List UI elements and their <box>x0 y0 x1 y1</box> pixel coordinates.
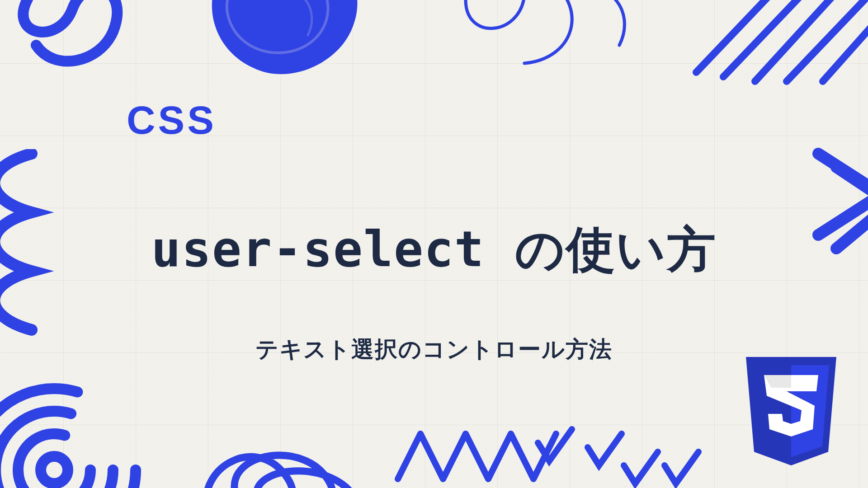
doodle-arrow-icon <box>805 145 868 262</box>
doodle-loops-icon <box>0 0 140 86</box>
category-label: CSS <box>127 97 217 143</box>
svg-line-4 <box>823 0 868 81</box>
page-title: user-select の使い方 <box>151 217 717 283</box>
thumbnail-canvas: CSS user-select の使い方 テキスト選択のコントロール方法 <box>0 0 868 488</box>
svg-point-5 <box>0 389 136 488</box>
doodle-blob-icon <box>190 0 380 90</box>
doodle-ticks-icon <box>529 416 719 488</box>
svg-point-7 <box>18 434 90 488</box>
doodle-squiggle-icon <box>0 149 59 339</box>
doodle-scribble-icon <box>190 407 380 488</box>
svg-line-1 <box>723 0 818 77</box>
svg-line-3 <box>787 0 868 81</box>
page-subtitle: テキスト選択のコントロール方法 <box>255 334 613 365</box>
doodle-spiral-icon <box>425 0 642 77</box>
svg-line-0 <box>696 0 787 72</box>
svg-line-2 <box>755 0 850 81</box>
svg-point-6 <box>0 411 113 488</box>
doodle-zigzag-icon <box>393 420 574 488</box>
doodle-concentric-icon <box>0 375 149 488</box>
svg-point-8 <box>41 456 68 483</box>
doodle-hatch-icon <box>687 0 868 86</box>
css3-logo-icon <box>737 352 845 474</box>
